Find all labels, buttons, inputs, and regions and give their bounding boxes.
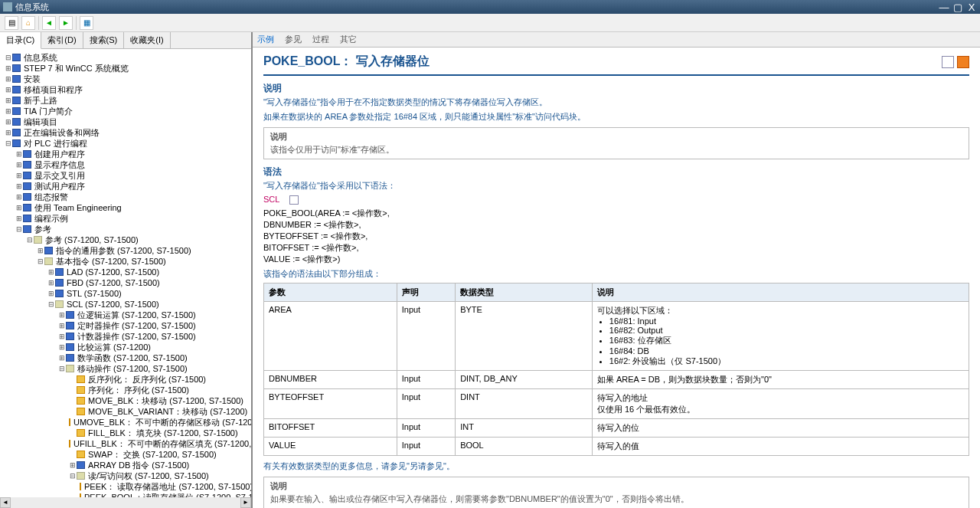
tab-search[interactable]: 搜索(S) [83,32,125,48]
tree-item[interactable]: ⊞创建用户程序 [2,149,250,159]
expand-icon[interactable]: ⊞ [5,106,12,116]
minimize-button[interactable]: — [939,2,949,13]
expand-icon[interactable]: ⊞ [5,63,12,74]
expand-icon[interactable]: ⊞ [15,192,23,202]
collapse-icon[interactable]: ⊟ [37,256,44,267]
maximize-button[interactable]: ▢ [952,2,963,13]
tree-item[interactable]: ⊞移植项目和程序 [2,84,250,95]
back-icon[interactable]: ◄ [42,16,56,30]
expand-icon[interactable]: ⊞ [47,267,55,277]
expand-icon[interactable]: ⊞ [69,460,77,470]
expand-icon[interactable]: ⊞ [15,181,23,192]
tab-index[interactable]: 索引(D) [41,32,83,48]
tree-item[interactable]: UMOVE_BLK： 不可中断的存储区移动 (S7-1200, S7-1500) [2,417,250,428]
expand-icon[interactable]: ⊞ [5,116,12,127]
expand-icon[interactable]: ⊞ [15,149,23,159]
expand-icon[interactable]: ⊞ [37,245,44,256]
tree-item[interactable]: 反序列化： 反序列化 (S7-1500) [2,374,250,385]
expand-icon[interactable]: ⊞ [58,320,66,331]
home-icon[interactable]: ⌂ [21,16,35,30]
scroll-track[interactable] [11,497,240,508]
expand-icon[interactable]: ⊞ [5,127,12,138]
tree-item[interactable]: ⊟SCL (S7-1200, S7-1500) [2,299,250,310]
external-link-icon[interactable] [957,56,969,68]
cell-desc: 如果 AREA = DB，则为数据块数量；否则为"0" [592,371,969,389]
tree-item[interactable]: ⊟读/写访问权 (S7-1200, S7-1500) [2,470,250,481]
tab-favorites[interactable]: 收藏夹(I) [124,32,170,48]
collapse-icon[interactable]: ⊟ [69,470,77,481]
print-icon[interactable]: ▦ [80,16,93,30]
tree-item[interactable]: ⊞正在编辑设备和网络 [2,127,250,138]
tree-item[interactable]: UFILL_BLK： 不可中断的存储区填充 (S7-1200, S7-1500) [2,438,250,449]
toggle-tree-icon[interactable]: ▤ [5,16,18,30]
tree-item[interactable]: ⊟对 PLC 进行编程 [2,138,250,149]
expand-icon[interactable]: ⊞ [15,202,23,213]
ctab-seealso[interactable]: 参见 [285,34,302,45]
collapse-icon[interactable]: ⊟ [47,299,55,310]
close-button[interactable]: X [966,2,977,13]
tree-item[interactable]: 序列化： 序列化 (S7-1500) [2,385,250,395]
expand-icon[interactable]: ⊞ [15,159,23,170]
copy-icon[interactable] [289,195,299,205]
tree-item[interactable]: SWAP： 交换 (S7-1200, S7-1500) [2,449,250,460]
tree-item[interactable]: ⊞STEP 7 和 WinCC 系统概览 [2,63,250,74]
tree-item[interactable]: ⊞比较运算 (S7-1200) [2,342,250,352]
tree-item[interactable]: ⊟参考 [2,224,250,234]
tree-item[interactable]: ⊟基本指令 (S7-1200, S7-1500) [2,256,250,267]
tree-item[interactable]: ⊞指令的通用参数 (S7-1200, S7-1500) [2,245,250,256]
scroll-left-icon[interactable]: ◄ [0,497,11,508]
collapse-icon[interactable]: ⊟ [58,363,66,374]
ctab-example[interactable]: 示例 [257,34,274,45]
tree-item[interactable]: ⊞编辑项目 [2,116,250,127]
tree-item[interactable]: ⊞显示程序信息 [2,159,250,170]
tree-item[interactable]: PEEK： 读取存储器地址 (S7-1200, S7-1500) [2,481,250,492]
tree-item[interactable]: FILL_BLK： 填充块 (S7-1200, S7-1500) [2,428,250,438]
tree-item[interactable]: ⊞STL (S7-1500) [2,288,250,299]
help-icon[interactable] [942,56,954,68]
expand-icon[interactable]: ⊞ [58,310,66,320]
tree-item[interactable]: ⊟信息系统 [2,52,250,63]
tree-item[interactable]: ⊞LAD (S7-1200, S7-1500) [2,267,250,277]
tree-item[interactable]: MOVE_BLK_VARIANT：块移动 (S7-1200) [2,406,250,417]
tree-item[interactable]: ⊞计数器操作 (S7-1200, S7-1500) [2,331,250,342]
expand-icon[interactable]: ⊞ [58,342,66,352]
collapse-icon[interactable]: ⊟ [5,138,12,149]
tree-item[interactable]: ⊞安装 [2,74,250,84]
forward-icon[interactable]: ► [59,16,73,30]
tree-item[interactable]: ⊞TIA 门户简介 [2,106,250,116]
tree-item[interactable]: ⊞新手上路 [2,95,250,106]
tree-item[interactable]: ⊞定时器操作 (S7-1200, S7-1500) [2,320,250,331]
tree-item[interactable]: ⊞位逻辑运算 (S7-1200, S7-1500) [2,310,250,320]
expand-icon[interactable]: ⊞ [58,352,66,363]
tree-item[interactable]: ⊞编程示例 [2,213,250,224]
collapse-icon[interactable]: ⊟ [5,52,12,63]
tree-item[interactable]: ⊞组态报警 [2,192,250,202]
expand-icon[interactable]: ⊞ [5,95,12,106]
tree-item[interactable]: ⊞测试用户程序 [2,181,250,192]
expand-icon[interactable]: ⊞ [58,331,66,342]
expand-icon[interactable]: ⊞ [47,277,55,288]
tree-item[interactable]: ⊞显示交叉引用 [2,170,250,181]
tree-item[interactable]: ⊞使用 Team Engineering [2,202,250,213]
expand-icon[interactable]: ⊞ [47,288,55,299]
tab-contents[interactable]: 目录(C) [0,32,41,49]
scroll-right-icon[interactable]: ► [240,497,251,508]
tree-item[interactable]: MOVE_BLK：块移动 (S7-1200, S7-1500) [2,395,250,406]
tree-item[interactable]: ⊞ARRAY DB 指令 (S7-1500) [2,460,250,470]
tree-item[interactable]: ⊟参考 (S7-1200, S7-1500) [2,234,250,245]
collapse-icon[interactable]: ⊟ [15,224,23,234]
tree-item[interactable]: ⊞数学函数 (S7-1200, S7-1500) [2,352,250,363]
collapse-icon[interactable]: ⊟ [26,234,34,245]
expand-icon[interactable]: ⊞ [5,84,12,95]
separator [38,16,39,30]
expand-icon[interactable]: ⊞ [15,170,23,181]
tree-hscroll[interactable]: ◄ ► [0,497,251,508]
note-box: 说明 如果要在输入、输出或位存储区中写入存储器位，则需要将参数"DBNUMBER… [263,477,969,508]
tree-view[interactable]: ⊟信息系统⊞STEP 7 和 WinCC 系统概览⊞安装⊞移植项目和程序⊞新手上… [0,49,251,508]
ctab-process[interactable]: 过程 [312,34,329,45]
tree-item[interactable]: ⊞FBD (S7-1200, S7-1500) [2,277,250,288]
ctab-other[interactable]: 其它 [340,34,357,45]
expand-icon[interactable]: ⊞ [15,213,23,224]
tree-item[interactable]: ⊟移动操作 (S7-1200, S7-1500) [2,363,250,374]
expand-icon[interactable]: ⊞ [5,74,12,84]
